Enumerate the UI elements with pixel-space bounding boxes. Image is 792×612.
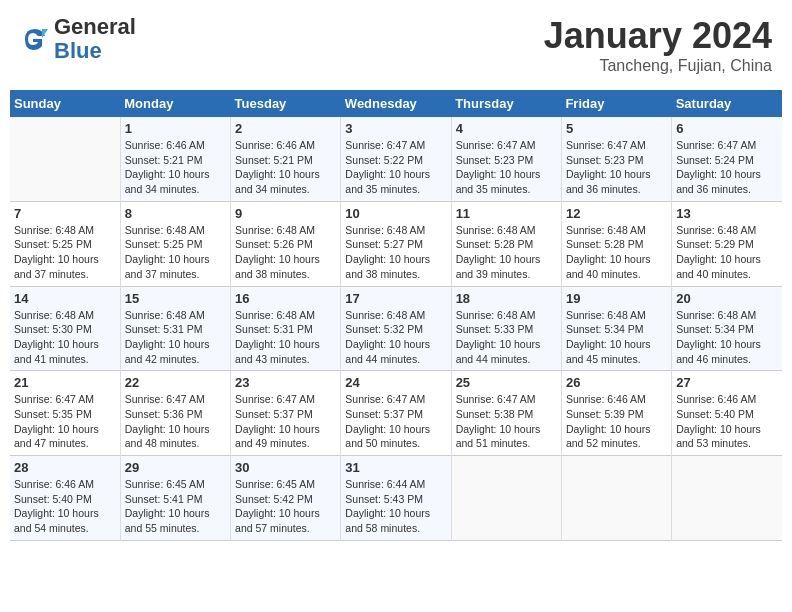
calendar-cell: 20Sunrise: 6:48 AM Sunset: 5:34 PM Dayli… bbox=[672, 286, 782, 371]
calendar-cell bbox=[672, 456, 782, 541]
calendar-week-row: 14Sunrise: 6:48 AM Sunset: 5:30 PM Dayli… bbox=[10, 286, 782, 371]
weekday-header: Saturday bbox=[672, 90, 782, 117]
day-info: Sunrise: 6:45 AM Sunset: 5:42 PM Dayligh… bbox=[235, 477, 336, 536]
day-number: 3 bbox=[345, 121, 446, 136]
calendar-cell: 26Sunrise: 6:46 AM Sunset: 5:39 PM Dayli… bbox=[561, 371, 671, 456]
calendar-cell: 16Sunrise: 6:48 AM Sunset: 5:31 PM Dayli… bbox=[231, 286, 341, 371]
calendar-cell: 30Sunrise: 6:45 AM Sunset: 5:42 PM Dayli… bbox=[231, 456, 341, 541]
calendar-week-row: 1Sunrise: 6:46 AM Sunset: 5:21 PM Daylig… bbox=[10, 117, 782, 201]
day-info: Sunrise: 6:46 AM Sunset: 5:39 PM Dayligh… bbox=[566, 392, 667, 451]
day-info: Sunrise: 6:46 AM Sunset: 5:21 PM Dayligh… bbox=[235, 138, 336, 197]
calendar-cell: 1Sunrise: 6:46 AM Sunset: 5:21 PM Daylig… bbox=[120, 117, 230, 201]
day-info: Sunrise: 6:46 AM Sunset: 5:21 PM Dayligh… bbox=[125, 138, 226, 197]
calendar-cell: 25Sunrise: 6:47 AM Sunset: 5:38 PM Dayli… bbox=[451, 371, 561, 456]
day-number: 14 bbox=[14, 291, 116, 306]
day-info: Sunrise: 6:47 AM Sunset: 5:36 PM Dayligh… bbox=[125, 392, 226, 451]
day-number: 31 bbox=[345, 460, 446, 475]
logo: General Blue bbox=[20, 15, 136, 63]
day-number: 4 bbox=[456, 121, 557, 136]
day-number: 26 bbox=[566, 375, 667, 390]
day-number: 2 bbox=[235, 121, 336, 136]
day-number: 1 bbox=[125, 121, 226, 136]
day-info: Sunrise: 6:48 AM Sunset: 5:25 PM Dayligh… bbox=[14, 223, 116, 282]
weekday-header: Wednesday bbox=[341, 90, 451, 117]
calendar-cell: 13Sunrise: 6:48 AM Sunset: 5:29 PM Dayli… bbox=[672, 201, 782, 286]
day-info: Sunrise: 6:48 AM Sunset: 5:27 PM Dayligh… bbox=[345, 223, 446, 282]
day-info: Sunrise: 6:47 AM Sunset: 5:37 PM Dayligh… bbox=[235, 392, 336, 451]
calendar-cell: 2Sunrise: 6:46 AM Sunset: 5:21 PM Daylig… bbox=[231, 117, 341, 201]
calendar-week-row: 7Sunrise: 6:48 AM Sunset: 5:25 PM Daylig… bbox=[10, 201, 782, 286]
day-number: 9 bbox=[235, 206, 336, 221]
day-number: 20 bbox=[676, 291, 778, 306]
logo-blue-text: Blue bbox=[54, 38, 102, 63]
day-number: 13 bbox=[676, 206, 778, 221]
calendar-cell: 15Sunrise: 6:48 AM Sunset: 5:31 PM Dayli… bbox=[120, 286, 230, 371]
day-info: Sunrise: 6:47 AM Sunset: 5:23 PM Dayligh… bbox=[566, 138, 667, 197]
day-info: Sunrise: 6:46 AM Sunset: 5:40 PM Dayligh… bbox=[676, 392, 778, 451]
day-number: 12 bbox=[566, 206, 667, 221]
calendar-body: 1Sunrise: 6:46 AM Sunset: 5:21 PM Daylig… bbox=[10, 117, 782, 540]
calendar-cell: 28Sunrise: 6:46 AM Sunset: 5:40 PM Dayli… bbox=[10, 456, 120, 541]
page-header: General Blue January 2024 Tancheng, Fuji… bbox=[10, 10, 782, 80]
calendar-cell: 22Sunrise: 6:47 AM Sunset: 5:36 PM Dayli… bbox=[120, 371, 230, 456]
day-info: Sunrise: 6:48 AM Sunset: 5:26 PM Dayligh… bbox=[235, 223, 336, 282]
calendar-cell: 19Sunrise: 6:48 AM Sunset: 5:34 PM Dayli… bbox=[561, 286, 671, 371]
day-info: Sunrise: 6:48 AM Sunset: 5:28 PM Dayligh… bbox=[566, 223, 667, 282]
day-info: Sunrise: 6:48 AM Sunset: 5:34 PM Dayligh… bbox=[566, 308, 667, 367]
month-title: January 2024 bbox=[544, 15, 772, 57]
logo-icon bbox=[20, 24, 50, 54]
calendar-cell bbox=[451, 456, 561, 541]
day-number: 10 bbox=[345, 206, 446, 221]
day-info: Sunrise: 6:47 AM Sunset: 5:22 PM Dayligh… bbox=[345, 138, 446, 197]
calendar-cell: 3Sunrise: 6:47 AM Sunset: 5:22 PM Daylig… bbox=[341, 117, 451, 201]
day-info: Sunrise: 6:47 AM Sunset: 5:23 PM Dayligh… bbox=[456, 138, 557, 197]
day-number: 18 bbox=[456, 291, 557, 306]
day-info: Sunrise: 6:47 AM Sunset: 5:37 PM Dayligh… bbox=[345, 392, 446, 451]
calendar-cell: 9Sunrise: 6:48 AM Sunset: 5:26 PM Daylig… bbox=[231, 201, 341, 286]
day-number: 15 bbox=[125, 291, 226, 306]
day-number: 6 bbox=[676, 121, 778, 136]
calendar-cell: 31Sunrise: 6:44 AM Sunset: 5:43 PM Dayli… bbox=[341, 456, 451, 541]
day-info: Sunrise: 6:48 AM Sunset: 5:30 PM Dayligh… bbox=[14, 308, 116, 367]
day-number: 28 bbox=[14, 460, 116, 475]
day-info: Sunrise: 6:48 AM Sunset: 5:34 PM Dayligh… bbox=[676, 308, 778, 367]
day-info: Sunrise: 6:48 AM Sunset: 5:28 PM Dayligh… bbox=[456, 223, 557, 282]
calendar-cell: 17Sunrise: 6:48 AM Sunset: 5:32 PM Dayli… bbox=[341, 286, 451, 371]
calendar-cell: 12Sunrise: 6:48 AM Sunset: 5:28 PM Dayli… bbox=[561, 201, 671, 286]
weekday-header: Thursday bbox=[451, 90, 561, 117]
calendar-cell: 8Sunrise: 6:48 AM Sunset: 5:25 PM Daylig… bbox=[120, 201, 230, 286]
calendar-cell: 11Sunrise: 6:48 AM Sunset: 5:28 PM Dayli… bbox=[451, 201, 561, 286]
day-info: Sunrise: 6:48 AM Sunset: 5:32 PM Dayligh… bbox=[345, 308, 446, 367]
weekday-header: Tuesday bbox=[231, 90, 341, 117]
day-number: 24 bbox=[345, 375, 446, 390]
title-block: January 2024 Tancheng, Fujian, China bbox=[544, 15, 772, 75]
calendar-cell bbox=[561, 456, 671, 541]
day-info: Sunrise: 6:46 AM Sunset: 5:40 PM Dayligh… bbox=[14, 477, 116, 536]
calendar-header: SundayMondayTuesdayWednesdayThursdayFrid… bbox=[10, 90, 782, 117]
location-title: Tancheng, Fujian, China bbox=[544, 57, 772, 75]
day-number: 19 bbox=[566, 291, 667, 306]
day-number: 16 bbox=[235, 291, 336, 306]
day-number: 11 bbox=[456, 206, 557, 221]
calendar-cell: 21Sunrise: 6:47 AM Sunset: 5:35 PM Dayli… bbox=[10, 371, 120, 456]
day-number: 23 bbox=[235, 375, 336, 390]
calendar-cell: 4Sunrise: 6:47 AM Sunset: 5:23 PM Daylig… bbox=[451, 117, 561, 201]
day-number: 7 bbox=[14, 206, 116, 221]
day-info: Sunrise: 6:48 AM Sunset: 5:31 PM Dayligh… bbox=[235, 308, 336, 367]
day-number: 27 bbox=[676, 375, 778, 390]
day-info: Sunrise: 6:45 AM Sunset: 5:41 PM Dayligh… bbox=[125, 477, 226, 536]
calendar-cell: 27Sunrise: 6:46 AM Sunset: 5:40 PM Dayli… bbox=[672, 371, 782, 456]
calendar-cell: 18Sunrise: 6:48 AM Sunset: 5:33 PM Dayli… bbox=[451, 286, 561, 371]
calendar-cell bbox=[10, 117, 120, 201]
weekday-header: Friday bbox=[561, 90, 671, 117]
header-row: SundayMondayTuesdayWednesdayThursdayFrid… bbox=[10, 90, 782, 117]
logo-general-text: General bbox=[54, 14, 136, 39]
calendar-week-row: 21Sunrise: 6:47 AM Sunset: 5:35 PM Dayli… bbox=[10, 371, 782, 456]
calendar-cell: 10Sunrise: 6:48 AM Sunset: 5:27 PM Dayli… bbox=[341, 201, 451, 286]
day-number: 8 bbox=[125, 206, 226, 221]
day-info: Sunrise: 6:47 AM Sunset: 5:38 PM Dayligh… bbox=[456, 392, 557, 451]
day-number: 22 bbox=[125, 375, 226, 390]
calendar-cell: 24Sunrise: 6:47 AM Sunset: 5:37 PM Dayli… bbox=[341, 371, 451, 456]
day-info: Sunrise: 6:44 AM Sunset: 5:43 PM Dayligh… bbox=[345, 477, 446, 536]
day-info: Sunrise: 6:48 AM Sunset: 5:31 PM Dayligh… bbox=[125, 308, 226, 367]
